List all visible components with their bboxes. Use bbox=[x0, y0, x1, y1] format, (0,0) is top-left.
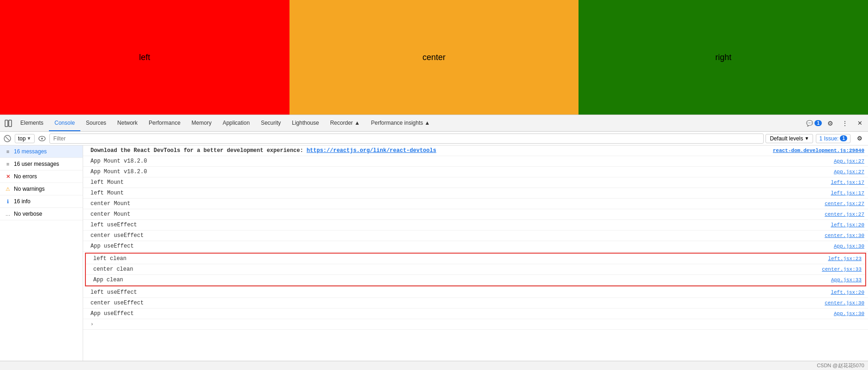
sidebar-item-user-messages[interactable]: ≡ 16 user messages bbox=[0, 158, 83, 170]
settings-icon[interactable]: ⚙ bbox=[824, 117, 837, 130]
console-sidebar: ≡ 16 messages ≡ 16 user messages ✕ No er… bbox=[0, 146, 83, 361]
footer-watermark: CSDN @赵花花5070 bbox=[817, 362, 864, 369]
default-levels-selector[interactable]: Default levels ▼ bbox=[766, 134, 813, 143]
console-entry-app-clean: App clean App.jsx:33 bbox=[86, 275, 865, 285]
console-text-left-clean: left clean bbox=[93, 255, 819, 263]
console-text-app-useeffect-1: App useEffect bbox=[90, 242, 825, 250]
console-source-center-mount-2[interactable]: center.jsx:27 bbox=[815, 210, 864, 218]
more-options-icon[interactable]: ⋮ bbox=[838, 117, 851, 130]
console-entry-left-clean: left clean left.jsx:23 bbox=[86, 254, 865, 264]
sidebar-verbose-label: No verbose bbox=[14, 211, 42, 217]
console-entry-center-mount-2: center Mount center.jsx:27 bbox=[83, 209, 868, 220]
console-source-center-clean[interactable]: center.jsx:33 bbox=[813, 265, 862, 273]
eye-icon[interactable] bbox=[36, 133, 48, 144]
sidebar-messages-label: 16 messages bbox=[14, 148, 47, 155]
console-text-center-useeffect-2: center useEffect bbox=[90, 299, 815, 307]
console-text-left-useeffect-2: left useEffect bbox=[90, 288, 821, 297]
devtools-tabs: Elements Console Sources Network Perform… bbox=[15, 115, 806, 131]
tab-elements[interactable]: Elements bbox=[15, 115, 49, 131]
console-source-center-useeffect-1[interactable]: center.jsx:30 bbox=[815, 231, 864, 240]
console-text-app-mount-2: App Mount v18.2.0 bbox=[90, 168, 825, 176]
console-entry-center-clean: center clean center.jsx:33 bbox=[86, 264, 865, 275]
console-source-left-mount-1[interactable]: left.jsx:17 bbox=[821, 178, 864, 187]
issue-badge[interactable]: 1 Issue: 1 bbox=[816, 134, 850, 143]
console-entry-center-useeffect-2: center useEffect center.jsx:30 bbox=[83, 298, 868, 309]
preview-area: left center right bbox=[0, 0, 868, 115]
svg-rect-0 bbox=[5, 120, 8, 127]
preview-center-label: center bbox=[422, 53, 446, 62]
messages-icon: ≡ bbox=[5, 148, 11, 155]
console-text-center-clean: center clean bbox=[93, 265, 813, 273]
sidebar-item-warnings[interactable]: ⚠ No warnings bbox=[0, 183, 83, 195]
console-text-center-mount-2: center Mount bbox=[90, 210, 815, 218]
console-text-left-mount-2: left Mount bbox=[90, 189, 821, 197]
console-output[interactable]: Download the React DevTools for a better… bbox=[83, 146, 868, 361]
console-settings-icon[interactable]: ⚙ bbox=[853, 132, 866, 145]
console-source-left-mount-2[interactable]: left.jsx:17 bbox=[821, 189, 864, 197]
sidebar-item-errors[interactable]: ✕ No errors bbox=[0, 170, 83, 183]
sidebar-user-messages-label: 16 user messages bbox=[14, 161, 59, 167]
console-entry-devtools: Download the React DevTools for a better… bbox=[83, 146, 868, 156]
console-entry-app-mount-2: App Mount v18.2.0 App.jsx:27 bbox=[83, 167, 868, 177]
console-text-center-mount-1: center Mount bbox=[90, 200, 815, 208]
react-devtools-link[interactable]: https://reactjs.org/link/react-devtools bbox=[307, 147, 436, 154]
console-entry-center-useeffect-1: center useEffect center.jsx:30 bbox=[83, 230, 868, 241]
tab-performance-insights[interactable]: Performance insights ▲ bbox=[366, 115, 436, 131]
console-source-app-useeffect-1[interactable]: App.jsx:30 bbox=[825, 242, 864, 250]
preview-panel-center: center bbox=[289, 0, 579, 115]
console-source-app-mount-1[interactable]: App.jsx:27 bbox=[825, 157, 864, 165]
console-entry-left-mount-2: left Mount left.jsx:17 bbox=[83, 188, 868, 199]
preview-right-label: right bbox=[715, 53, 731, 62]
console-source-left-useeffect-2[interactable]: left.jsx:20 bbox=[821, 288, 864, 297]
tab-network[interactable]: Network bbox=[112, 115, 143, 131]
console-text-app-mount-1: App Mount v18.2.0 bbox=[90, 157, 825, 165]
svg-point-5 bbox=[41, 138, 43, 140]
console-source-left-useeffect-1[interactable]: left.jsx:20 bbox=[821, 221, 864, 229]
preview-panel-right: right bbox=[579, 0, 868, 115]
console-toolbar: top ▼ Default levels ▼ 1 Issue: 1 ⚙ bbox=[0, 132, 868, 146]
tab-performance[interactable]: Performance bbox=[143, 115, 186, 131]
console-text-app-useeffect-2: App useEffect bbox=[90, 309, 825, 318]
console-source-app-useeffect-2[interactable]: App.jsx:30 bbox=[825, 309, 864, 318]
console-source-app-mount-2[interactable]: App.jsx:27 bbox=[825, 168, 864, 176]
console-text-devtools: Download the React DevTools for a better… bbox=[90, 146, 764, 155]
console-entry-app-mount-1: App Mount v18.2.0 App.jsx:27 bbox=[83, 156, 868, 167]
console-entry-left-mount-1: left Mount left.jsx:17 bbox=[83, 177, 868, 188]
tab-application[interactable]: Application bbox=[217, 115, 255, 131]
preview-panel-left: left bbox=[0, 0, 289, 115]
svg-line-3 bbox=[6, 137, 9, 140]
console-source-app-clean[interactable]: App.jsx:33 bbox=[822, 276, 862, 284]
console-entry-expand[interactable]: › bbox=[83, 319, 868, 330]
sidebar-item-messages[interactable]: ≡ 16 messages bbox=[0, 146, 83, 158]
console-source-center-mount-1[interactable]: center.jsx:27 bbox=[815, 200, 864, 208]
tab-console[interactable]: Console bbox=[49, 115, 80, 131]
filter-input[interactable] bbox=[49, 133, 764, 144]
sidebar-warnings-label: No warnings bbox=[14, 186, 45, 192]
chevron-down-icon2: ▼ bbox=[805, 136, 809, 141]
tab-sources[interactable]: Sources bbox=[80, 115, 112, 131]
tab-recorder[interactable]: Recorder ▲ bbox=[325, 115, 366, 131]
tab-lighthouse[interactable]: Lighthouse bbox=[286, 115, 325, 131]
issues-count-badge: 1 bbox=[814, 120, 822, 126]
info-icon: ℹ bbox=[5, 198, 11, 205]
tab-security[interactable]: Security bbox=[255, 115, 286, 131]
tab-memory[interactable]: Memory bbox=[186, 115, 217, 131]
verbose-icon: … bbox=[5, 211, 11, 217]
console-source-devtools[interactable]: react-dom.development.js:29840 bbox=[764, 146, 864, 155]
console-entry-left-useeffect-2: left useEffect left.jsx:20 bbox=[83, 287, 868, 298]
clear-console-icon[interactable] bbox=[2, 133, 13, 144]
close-devtools-icon[interactable]: ✕ bbox=[853, 117, 866, 130]
sidebar-item-verbose[interactable]: … No verbose bbox=[0, 208, 83, 220]
sidebar-info-label: 16 info bbox=[14, 198, 30, 205]
dock-icon[interactable] bbox=[2, 117, 15, 130]
svg-rect-1 bbox=[9, 120, 12, 127]
console-entry-center-mount-1: center Mount center.jsx:27 bbox=[83, 199, 868, 209]
console-entry-left-useeffect-1: left useEffect left.jsx:20 bbox=[83, 220, 868, 230]
preview-left-label: left bbox=[139, 53, 150, 62]
console-source-center-useeffect-2[interactable]: center.jsx:30 bbox=[815, 299, 864, 307]
console-source-left-clean[interactable]: left.jsx:23 bbox=[819, 255, 862, 263]
expand-chevron-icon: › bbox=[90, 320, 94, 328]
sidebar-item-info[interactable]: ℹ 16 info bbox=[0, 195, 83, 208]
top-frame-selector[interactable]: top ▼ bbox=[15, 134, 35, 143]
issues-button[interactable]: 💬 1 bbox=[806, 120, 822, 127]
